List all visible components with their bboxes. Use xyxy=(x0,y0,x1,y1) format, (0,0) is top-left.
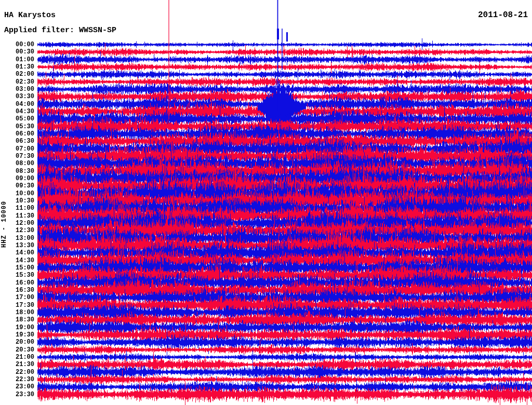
time-label: 03:30 xyxy=(0,93,34,100)
time-label: 19:00 xyxy=(0,325,34,331)
time-label: 21:00 xyxy=(0,354,34,360)
time-label: 04:00 xyxy=(0,101,34,107)
time-label: 17:00 xyxy=(0,294,34,301)
time-label: 10:00 xyxy=(0,191,34,197)
time-label: 15:00 xyxy=(0,265,34,271)
time-label: 01:00 xyxy=(0,57,34,63)
time-label: 08:30 xyxy=(0,168,34,174)
time-label: 02:30 xyxy=(0,79,34,85)
applied-filter-label: Applied filter: WWSSN-SP xyxy=(4,26,116,35)
time-label: 06:00 xyxy=(0,131,34,137)
time-label: 07:30 xyxy=(0,153,34,159)
time-label: 05:30 xyxy=(0,124,34,130)
time-label: 20:30 xyxy=(0,347,34,353)
time-label: 09:30 xyxy=(0,183,34,189)
time-label: 12:00 xyxy=(0,220,34,226)
helicorder-screen: HA Karystos 2011-08-21 Applied filter: W… xyxy=(0,0,532,405)
time-label: 12:30 xyxy=(0,227,34,234)
time-label: 01:30 xyxy=(0,64,34,70)
time-label: 14:30 xyxy=(0,258,34,264)
time-label: 22:30 xyxy=(0,376,34,383)
time-label: 16:30 xyxy=(0,287,34,293)
time-label: 06:30 xyxy=(0,138,34,144)
time-label: 02:00 xyxy=(0,71,34,77)
time-label: 23:00 xyxy=(0,384,34,390)
time-label: 18:30 xyxy=(0,317,34,323)
station-title: HA Karystos xyxy=(4,11,56,20)
time-label: 04:30 xyxy=(0,109,34,115)
time-label: 21:30 xyxy=(0,361,34,368)
time-label: 16:00 xyxy=(0,280,34,286)
time-label: 15:30 xyxy=(0,272,34,278)
time-label: 10:30 xyxy=(0,198,34,204)
time-label: 11:30 xyxy=(0,213,34,219)
time-label: 17:30 xyxy=(0,302,34,308)
time-label: 23:30 xyxy=(0,392,34,398)
time-label: 08:00 xyxy=(0,160,34,167)
time-label: 00:00 xyxy=(0,42,34,48)
time-label: 03:00 xyxy=(0,86,34,92)
time-label: 13:00 xyxy=(0,235,34,241)
time-label: 07:00 xyxy=(0,146,34,152)
time-label: 22:00 xyxy=(0,369,34,375)
time-label: 18:00 xyxy=(0,309,34,316)
time-label: 14:00 xyxy=(0,250,34,256)
time-label: 11:00 xyxy=(0,205,34,211)
time-label: 09:00 xyxy=(0,176,34,182)
time-label: 19:30 xyxy=(0,332,34,338)
time-label: 20:00 xyxy=(0,339,34,345)
helicorder-canvas xyxy=(0,0,532,405)
time-label: 05:00 xyxy=(0,116,34,122)
time-label: 13:30 xyxy=(0,242,34,249)
date-label: 2011-08-21 xyxy=(478,10,528,20)
time-label: 00:30 xyxy=(0,49,34,55)
